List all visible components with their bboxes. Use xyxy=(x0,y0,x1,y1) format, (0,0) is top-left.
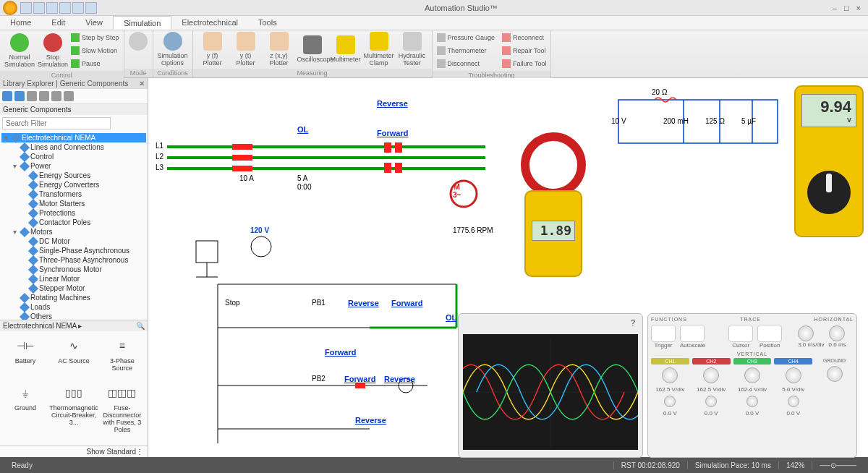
tab-view[interactable]: View xyxy=(75,16,113,30)
autoscale-button[interactable] xyxy=(680,325,705,342)
tree-node[interactable]: Transformers xyxy=(1,189,146,199)
slow-motion-button[interactable]: Slow Motion xyxy=(71,45,119,56)
multimeter-button[interactable]: Multimeter xyxy=(331,35,361,63)
stop-simulation-button[interactable]: Stop Simulation xyxy=(38,33,68,68)
hydraulic-tester-button[interactable]: Hydraulic Tester xyxy=(397,32,427,67)
qat-button[interactable] xyxy=(72,2,84,14)
reverse-label[interactable]: Reverse xyxy=(377,99,408,108)
qat-button[interactable] xyxy=(59,2,71,14)
tree-node[interactable]: Stepper Motor xyxy=(1,284,146,293)
close-button[interactable]: × xyxy=(856,4,861,12)
lib-toolbar-button[interactable] xyxy=(14,91,25,101)
lib-toolbar-button[interactable] xyxy=(2,91,12,101)
oscilloscope-controls[interactable]: FUNCTIONS TRACE HORIZONTAL Trigger Autos… xyxy=(647,313,857,458)
multimeter-dial[interactable] xyxy=(807,171,851,214)
symbol-cell[interactable]: ∿AC Source xyxy=(49,336,98,380)
trigger-button[interactable] xyxy=(651,325,676,342)
ol-link[interactable]: OL xyxy=(446,313,456,322)
scope-channel[interactable]: CH45.0 V/div0.0 V xyxy=(774,358,812,417)
position-button[interactable] xyxy=(757,325,782,342)
tree-node[interactable]: Protections xyxy=(1,208,146,218)
tree-node[interactable]: ▾Power xyxy=(1,161,146,171)
multimeter[interactable]: 9.94 V xyxy=(794,85,864,237)
tree-node[interactable]: Loads xyxy=(1,302,146,312)
tree-node[interactable]: Lines and Connections xyxy=(1,142,146,152)
help-icon[interactable]: ? xyxy=(631,318,635,327)
tab-electrotechnical[interactable]: Electrotechnical xyxy=(171,16,248,30)
forward-label[interactable]: Forward xyxy=(377,129,408,137)
symbol-breadcrumb[interactable]: Electrotechnical NEMA ▸ 🔍 xyxy=(0,320,148,331)
hoffset-knob[interactable] xyxy=(829,325,845,341)
clamp-meter[interactable]: 1.89 xyxy=(510,132,597,284)
cursor-button[interactable] xyxy=(728,325,753,342)
oscilloscope[interactable]: ? xyxy=(458,313,643,458)
tree-node[interactable]: Motor Starters xyxy=(1,199,146,208)
pause-button[interactable]: Pause xyxy=(71,58,119,69)
tree-node[interactable]: Synchronous Motor xyxy=(1,265,146,274)
qat-button[interactable] xyxy=(20,2,32,14)
tree-node[interactable]: DC Motor xyxy=(1,236,146,246)
tree-node[interactable]: ▾Electrotechnical NEMA xyxy=(1,133,146,142)
symbol-cell[interactable]: ⊣⊢Battery xyxy=(4,336,46,380)
failure-tool-button[interactable]: Failure Tool xyxy=(502,58,546,69)
tree-node[interactable]: Linear Motor xyxy=(1,274,146,284)
forward-link-2[interactable]: Forward xyxy=(325,348,356,357)
qat-button[interactable] xyxy=(46,2,58,14)
symbol-cell[interactable]: ◫◫◫Fuse-Disconnector with Fuses, 3 Poles xyxy=(101,383,143,441)
maximize-button[interactable]: □ xyxy=(844,4,849,12)
scope-channel[interactable]: CH1162.5 V/div0.0 V xyxy=(651,358,689,417)
reverse-link-3[interactable]: Reverse xyxy=(355,416,386,425)
disconnect-button[interactable]: Disconnect xyxy=(437,58,495,69)
tab-simulation[interactable]: Simulation xyxy=(113,16,171,30)
schematic-canvas[interactable]: L1 L2 L3 10 A OL 5 A 0:00 Reverse Forwar… xyxy=(148,78,868,457)
lib-toolbar-button[interactable] xyxy=(39,91,49,101)
lib-toolbar-button[interactable] xyxy=(27,91,37,101)
tab-home[interactable]: Home xyxy=(0,16,41,30)
reconnect-button[interactable]: Reconnect xyxy=(502,32,546,43)
search-icon[interactable]: 🔍 xyxy=(136,322,145,330)
tree-node[interactable]: Single-Phase Asynchronous xyxy=(1,246,146,255)
zoom-slider[interactable]: ──⊙──── xyxy=(812,461,864,469)
reverse-link-2[interactable]: Reverse xyxy=(384,375,415,383)
scope-ground[interactable]: GROUND xyxy=(815,358,854,417)
multimeter-clamp-button[interactable]: Multimeter Clamp xyxy=(364,32,394,67)
scope-channel[interactable]: CH3162.4 V/div0.0 V xyxy=(733,358,772,417)
qat-button[interactable] xyxy=(33,2,45,14)
tree-node[interactable]: Others xyxy=(1,312,146,320)
symbol-cell[interactable]: ▯▯▯Thermomagnetic Circuit-Breaker, 3... xyxy=(49,383,98,441)
thermometer-button[interactable]: Thermometer xyxy=(437,45,495,56)
tree-node[interactable]: Energy Sources xyxy=(1,171,146,180)
minimize-button[interactable]: – xyxy=(833,4,837,12)
ol-label[interactable]: OL xyxy=(297,125,308,134)
tree-node[interactable]: Three-Phase Asynchronous xyxy=(1,255,146,265)
tree-node[interactable]: Rotating Machines xyxy=(1,293,146,302)
tab-edit[interactable]: Edit xyxy=(41,16,75,30)
symbol-cell[interactable]: ≡3-Phase Source xyxy=(101,336,143,380)
qat-button[interactable] xyxy=(85,2,97,14)
tree-node[interactable]: Contactor Poles xyxy=(1,218,146,227)
forward-link[interactable]: Forward xyxy=(391,299,422,307)
lib-toolbar-button[interactable] xyxy=(64,91,74,101)
scope-channel[interactable]: CH2162.5 V/div0.0 V xyxy=(692,358,731,417)
symbol-footer[interactable]: Show Standard⋮ xyxy=(0,446,148,457)
forward-link-3[interactable]: Forward xyxy=(344,375,375,383)
zxy-plotter-button[interactable]: z (x,y) Plotter xyxy=(264,32,294,67)
tree-node[interactable]: Energy Converters xyxy=(1,180,146,189)
pressure-gauge-button[interactable]: Pressure Gauge xyxy=(437,32,495,43)
hdiv-knob[interactable] xyxy=(798,325,814,341)
mode-button[interactable] xyxy=(129,32,148,52)
lib-toolbar-button[interactable] xyxy=(51,91,61,101)
yf-plotter-button[interactable]: y (f) Plotter xyxy=(197,32,228,67)
simulation-options-button[interactable]: Simulation Options xyxy=(158,32,188,67)
reverse-link[interactable]: Reverse xyxy=(348,299,379,307)
search-filter-input[interactable] xyxy=(2,117,111,129)
tab-tools[interactable]: Tools xyxy=(248,16,287,30)
oscilloscope-button[interactable]: Oscilloscope xyxy=(297,35,328,63)
tree-node[interactable]: Control xyxy=(1,152,146,161)
repair-tool-button[interactable]: Repair Tool xyxy=(502,45,546,56)
component-tree[interactable]: ▾Electrotechnical NEMALines and Connecti… xyxy=(0,132,148,320)
normal-simulation-button[interactable]: Normal Simulation xyxy=(4,33,35,68)
step-by-step-button[interactable]: Step by Step xyxy=(71,32,119,43)
symbol-cell[interactable]: ⏚Ground xyxy=(4,383,46,441)
tree-node[interactable]: ▾Motors xyxy=(1,227,146,236)
